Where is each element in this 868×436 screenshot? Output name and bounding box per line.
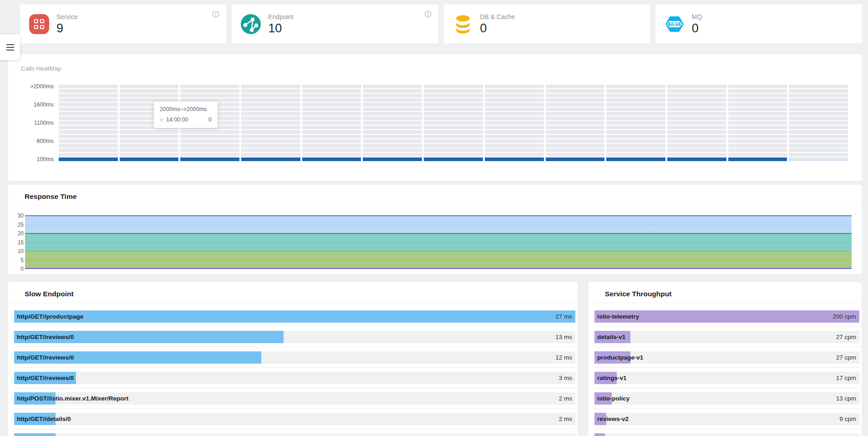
heatmap-cell[interactable]: [606, 89, 665, 93]
heatmap-cell[interactable]: [120, 139, 179, 143]
heatmap-cell[interactable]: [424, 153, 483, 157]
heatmap-cell[interactable]: [667, 139, 726, 143]
heatmap-cell[interactable]: [728, 153, 787, 157]
heatmap-cell[interactable]: [606, 130, 665, 134]
heatmap-cell[interactable]: [302, 130, 361, 134]
heatmap-cell[interactable]: [120, 130, 179, 134]
heatmap-cell[interactable]: [59, 148, 118, 152]
heatmap-cell[interactable]: [485, 144, 544, 147]
response-time-chart[interactable]: [25, 215, 852, 269]
stat-card-db-cache[interactable]: DB & Cache 0: [444, 5, 650, 43]
heatmap-cell[interactable]: [424, 107, 483, 111]
slow-endpoint-row[interactable]: http/POST//istio.mixer.v1.Mixer/Report2 …: [14, 392, 575, 409]
heatmap-cell[interactable]: [59, 139, 118, 143]
heatmap-cell[interactable]: [302, 112, 361, 116]
heatmap-cell[interactable]: [363, 85, 422, 88]
heatmap-cell[interactable]: [789, 94, 848, 97]
slow-endpoint-row[interactable]: [14, 433, 575, 436]
heatmap-cell[interactable]: [546, 153, 605, 157]
heatmap-cell[interactable]: [302, 121, 361, 125]
heatmap-cell[interactable]: [424, 148, 483, 152]
heatmap-cell[interactable]: [667, 98, 726, 102]
heatmap-cell[interactable]: [241, 112, 300, 116]
heatmap-cell[interactable]: [424, 121, 483, 125]
heatmap-cell[interactable]: [606, 94, 665, 97]
heatmap-cell[interactable]: [789, 130, 848, 134]
heatmap-cell[interactable]: [485, 98, 544, 102]
heatmap-cell[interactable]: [241, 126, 300, 129]
heatmap-cell[interactable]: [120, 85, 179, 88]
heatmap-cell[interactable]: [180, 85, 239, 88]
heatmap-cell[interactable]: [789, 139, 848, 143]
heatmap-cell[interactable]: [59, 126, 118, 129]
heatmap-cell[interactable]: [546, 130, 605, 134]
heatmap-cell[interactable]: [241, 153, 300, 157]
service-throughput-row[interactable]: istio-policy13 cpm: [594, 392, 859, 409]
heatmap-cell[interactable]: [789, 89, 848, 93]
heatmap-cell[interactable]: [120, 89, 179, 93]
heatmap-cell[interactable]: [728, 130, 787, 134]
heatmap-cell[interactable]: [728, 94, 787, 97]
heatmap-cell[interactable]: [485, 148, 544, 152]
heatmap-cell[interactable]: [363, 89, 422, 93]
heatmap-cell[interactable]: [424, 126, 483, 129]
heatmap-cell[interactable]: [546, 135, 605, 138]
heatmap-cell[interactable]: [789, 98, 848, 102]
heatmap-cell[interactable]: [485, 94, 544, 97]
heatmap-cell[interactable]: [606, 85, 665, 88]
heatmap-cell[interactable]: [180, 153, 239, 157]
slow-endpoint-row[interactable]: http/GET//reviews/03 ms: [14, 372, 575, 388]
heatmap-cell[interactable]: [424, 117, 483, 120]
heatmap-cell[interactable]: [485, 107, 544, 111]
heatmap-cell[interactable]: [302, 157, 361, 161]
heatmap-cell[interactable]: [241, 117, 300, 120]
heatmap-cell[interactable]: [546, 98, 605, 102]
heatmap-cell[interactable]: [667, 94, 726, 97]
heatmap-cell[interactable]: [546, 148, 605, 152]
heatmap-cell[interactable]: [241, 94, 300, 97]
heatmap-cell[interactable]: [728, 139, 787, 143]
heatmap-cell[interactable]: [789, 117, 848, 120]
heatmap-cell[interactable]: [59, 117, 118, 120]
heatmap-cell[interactable]: [59, 130, 118, 134]
heatmap-cell[interactable]: [667, 153, 726, 157]
heatmap-cell[interactable]: [546, 89, 605, 93]
heatmap-cell[interactable]: [485, 139, 544, 143]
heatmap-cell[interactable]: [789, 148, 848, 152]
heatmap-cell[interactable]: [606, 157, 665, 161]
sidebar-toggle-button[interactable]: [0, 34, 20, 60]
heatmap-cell[interactable]: [424, 139, 483, 143]
heatmap-cell[interactable]: [302, 85, 361, 88]
heatmap-cell[interactable]: [59, 98, 118, 102]
heatmap-cell[interactable]: [302, 148, 361, 152]
heatmap-cell[interactable]: [120, 153, 179, 157]
heatmap-cell[interactable]: [728, 107, 787, 111]
heatmap-cell[interactable]: [606, 139, 665, 143]
heatmap-cell[interactable]: [424, 103, 483, 106]
heatmap-cell[interactable]: [241, 121, 300, 125]
heatmap-cell[interactable]: [485, 157, 544, 161]
stat-card-service[interactable]: Service 9: [20, 5, 226, 43]
heatmap-cell[interactable]: [546, 112, 605, 116]
heatmap-cell[interactable]: [728, 126, 787, 129]
heatmap-cell[interactable]: [59, 144, 118, 147]
heatmap-cell[interactable]: [241, 107, 300, 111]
heatmap-cell[interactable]: [120, 94, 179, 97]
heatmap-cell[interactable]: [424, 130, 483, 134]
heatmap-cell[interactable]: [363, 121, 422, 125]
heatmap-cell[interactable]: [59, 85, 118, 88]
heatmap-cell[interactable]: [728, 112, 787, 116]
heatmap-cell[interactable]: [728, 103, 787, 106]
heatmap-cell[interactable]: [363, 107, 422, 111]
heatmap-cell[interactable]: [546, 94, 605, 97]
slow-endpoint-row[interactable]: http/GET//reviews/012 ms: [14, 351, 575, 368]
heatmap-cell[interactable]: [606, 107, 665, 111]
heatmap-cell[interactable]: [59, 135, 118, 138]
slow-endpoint-row[interactable]: http/GET//productpage27 ms: [14, 310, 575, 327]
heatmap-cell[interactable]: [485, 112, 544, 116]
heatmap-cell[interactable]: [485, 89, 544, 93]
heatmap-cell[interactable]: [59, 153, 118, 157]
heatmap-cell[interactable]: [789, 112, 848, 116]
heatmap-cell[interactable]: [180, 89, 239, 93]
heatmap-cell[interactable]: [302, 126, 361, 129]
